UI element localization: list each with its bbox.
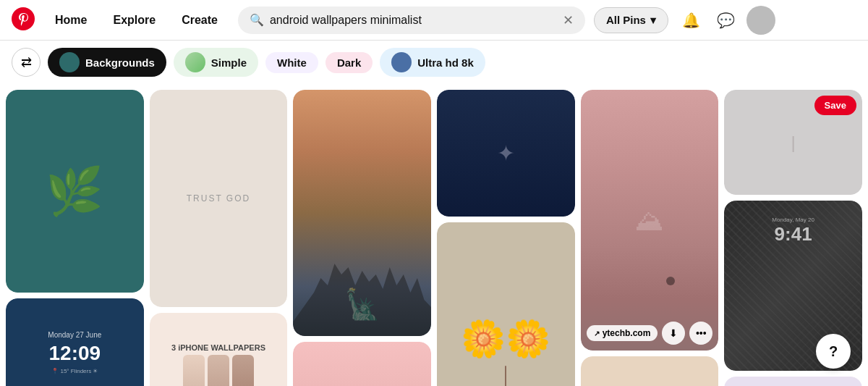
messages-icon[interactable]: 💬 bbox=[712, 6, 741, 35]
main-nav: Home Explore Create bbox=[43, 8, 229, 33]
all-pins-dropdown[interactable]: All Pins ▾ bbox=[594, 7, 668, 33]
pin-action-icons: ⬇ ••• bbox=[662, 322, 712, 345]
phone-dark-time: 9:41 bbox=[772, 223, 814, 246]
pin-phone-blue[interactable]: Monday 27 June 12:09 📍 15° Flinders ☀ bbox=[6, 298, 144, 386]
pin-source-label: ↗ ytechb.com bbox=[587, 325, 658, 341]
filter-bar: ⇄ Backgrounds Simple White Dark Ultra hd… bbox=[0, 41, 868, 84]
search-icon: 🔍 bbox=[250, 13, 264, 27]
notifications-icon[interactable]: 🔔 bbox=[677, 6, 706, 35]
filter-chip-white[interactable]: White bbox=[265, 52, 318, 73]
pin-pink-gradient[interactable] bbox=[293, 342, 431, 386]
pin-gray-light[interactable]: | Save bbox=[724, 90, 862, 195]
filter-chip-backgrounds-label: Backgrounds bbox=[85, 56, 155, 69]
pin-mountain-overlay: ↗ ytechb.com ⬇ ••• bbox=[587, 322, 713, 345]
pin-iphone-3pack[interactable]: 3 iPHONE WALLPAPERS bbox=[150, 313, 288, 386]
chevron-down-icon: ▾ bbox=[650, 14, 656, 27]
phone-blue-time: 12:09 bbox=[49, 342, 101, 365]
iphone-3pack-label: 3 iPHONE WALLPAPERS bbox=[171, 343, 265, 352]
pin-sunset-city[interactable]: 🗽 bbox=[293, 90, 431, 336]
search-bar: 🔍 ✕ bbox=[238, 7, 585, 34]
header: Home Explore Create 🔍 ✕ All Pins ▾ 🔔 💬 bbox=[0, 0, 868, 41]
all-pins-label: All Pins bbox=[606, 14, 646, 26]
pin-mountain-rose[interactable]: ⛰ ↗ ytechb.com ⬇ ••• bbox=[581, 90, 719, 351]
help-icon: ? bbox=[829, 343, 838, 360]
nav-home[interactable]: Home bbox=[43, 8, 98, 33]
pin-navy-dark[interactable]: ✦ bbox=[437, 90, 575, 217]
help-button[interactable]: ? bbox=[816, 334, 851, 369]
sliders-icon: ⇄ bbox=[21, 54, 32, 70]
filter-chip-white-label: White bbox=[277, 56, 307, 69]
filter-chip-dark-label: Dark bbox=[337, 56, 361, 69]
search-clear-icon[interactable]: ✕ bbox=[563, 12, 574, 28]
pin-phone-dec[interactable]: Sunday, 11 December 0:08 bbox=[581, 356, 719, 386]
filter-chip-simple[interactable]: Simple bbox=[174, 48, 258, 77]
filter-settings-icon[interactable]: ⇄ bbox=[12, 48, 41, 77]
pin-beige-flowers[interactable]: 🌼🌼 bbox=[437, 222, 575, 386]
pin-teal-leaf[interactable]: 🌿 bbox=[6, 90, 144, 293]
pin-more-icon[interactable]: ••• bbox=[689, 322, 712, 345]
filter-chip-dark[interactable]: Dark bbox=[326, 52, 373, 73]
phone-blue-widgets: 📍 15° Flinders ☀ bbox=[51, 368, 98, 374]
filter-chip-backgrounds[interactable]: Backgrounds bbox=[48, 48, 166, 77]
pin-phone-white-alt[interactable]: 📱 bbox=[724, 377, 862, 386]
filter-chip-ultra-hd-label: Ultra hd 8k bbox=[417, 56, 474, 69]
nav-create[interactable]: Create bbox=[170, 8, 229, 33]
filter-chip-simple-label: Simple bbox=[211, 56, 247, 69]
phone-blue-date: Monday 27 June bbox=[48, 331, 101, 339]
trust-god-text: TRUST GOD bbox=[187, 193, 250, 204]
phone-dark-date: Monday, May 20 bbox=[772, 217, 814, 223]
header-icons: 🔔 💬 bbox=[677, 6, 775, 35]
nav-explore[interactable]: Explore bbox=[101, 8, 167, 33]
user-avatar[interactable] bbox=[746, 6, 775, 35]
pins-grid: 🌿 Monday 27 June 12:09 📍 15° Flinders ☀ … bbox=[0, 84, 868, 386]
pinterest-logo[interactable] bbox=[12, 7, 35, 33]
search-input[interactable] bbox=[270, 14, 557, 27]
pin-download-icon[interactable]: ⬇ bbox=[662, 322, 685, 345]
pin-cream-trust-god[interactable]: TRUST GOD bbox=[150, 90, 288, 307]
save-button[interactable]: Save bbox=[814, 96, 856, 115]
filter-chip-ultra-hd[interactable]: Ultra hd 8k bbox=[380, 48, 485, 77]
